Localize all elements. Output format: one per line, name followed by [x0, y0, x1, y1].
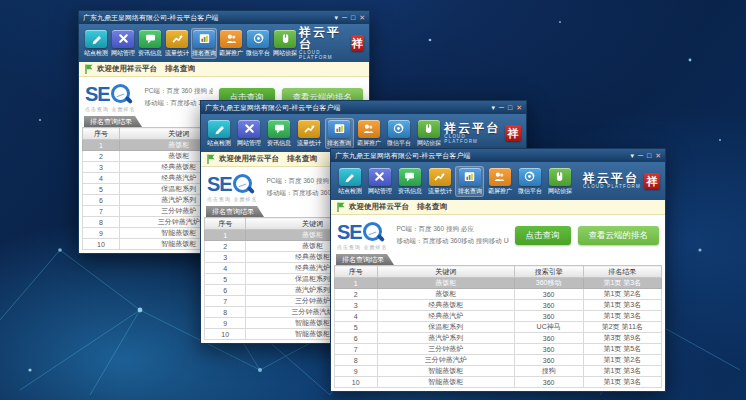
bar-chart-icon	[459, 168, 481, 186]
tab-ranking-results[interactable]: 排名查询结果	[336, 254, 394, 265]
col-engine[interactable]: 搜索引擎	[514, 266, 583, 278]
close-button[interactable]: ✕	[359, 13, 365, 22]
maximize-button[interactable]: □	[351, 13, 355, 22]
toolbar-item-ranking[interactable]: 排名查询	[191, 28, 217, 59]
cloud-ranking-button[interactable]: 查看云端的排名	[578, 226, 660, 245]
col-index[interactable]: 序号	[83, 128, 120, 140]
col-index[interactable]: 序号	[205, 218, 246, 230]
toolbar-item-promotion[interactable]: 霸屏推广	[485, 166, 514, 197]
message-icon	[268, 120, 290, 138]
close-button[interactable]: ✕	[516, 103, 522, 112]
toolbar-item-ranking[interactable]: 排名查询	[455, 166, 484, 197]
toolbar-item-site-check[interactable]: 站点检测	[205, 118, 234, 149]
table-cell: 5	[335, 322, 378, 333]
toolbar-item-info[interactable]: 资讯信息	[395, 166, 424, 197]
seo-tagline: 点击查询 全面排名	[337, 244, 387, 250]
brand-logo: 祥云平台 CLOUD PLATFORM 祥	[299, 26, 365, 60]
table-row[interactable]: 1蒸饭柜360移动第1页 第3名	[335, 278, 662, 289]
brand-name: 祥云平台	[444, 122, 500, 134]
table-cell: 三分钟蒸炉	[377, 344, 514, 355]
table-row[interactable]: 3经典蒸饭柜360第1页 第3名	[335, 300, 662, 311]
table-row[interactable]: 7三分钟蒸炉360第1页 第5名	[335, 344, 662, 355]
toolbar-item-detective[interactable]: 网站侦探	[545, 166, 574, 197]
seo-logo-text: SE	[85, 84, 110, 104]
minimize-button[interactable]: ─	[342, 13, 347, 22]
toolbar-item-site-manage[interactable]: 网站管理	[365, 166, 394, 197]
toolbar-item-site-manage[interactable]: 网站管理	[110, 28, 136, 59]
table-row[interactable]: 2蒸饭柜360第1页 第2名	[335, 289, 662, 300]
results-table: 序号 关键词 搜索引擎 排名结果 1蒸饭柜360移动第1页 第3名2蒸饭柜360…	[334, 265, 662, 388]
pc-engines: PC端：百度 360 搜狗 必应	[144, 87, 212, 96]
users-icon	[358, 120, 380, 138]
table-cell: 4	[205, 263, 246, 274]
table-cell: 第1页 第5名	[583, 344, 662, 355]
skin-button[interactable]: ▾	[334, 13, 338, 22]
toolbar-item-site-check[interactable]: 站点检测	[83, 28, 109, 59]
toolbar-item-info[interactable]: 资讯信息	[265, 118, 294, 149]
table-cell: UC神马	[514, 322, 583, 333]
tools-icon	[369, 168, 391, 186]
brand-subtitle: CLOUD PLATFORM	[583, 185, 641, 190]
window-titlebar[interactable]: 广东九鼎王皇网络有限公司-祥云平台客户端 ▾ ─ □ ✕	[79, 11, 369, 24]
brand-name: 祥云平台	[583, 172, 639, 184]
magnifier-icon	[363, 222, 382, 241]
toolbar-item-site-check[interactable]: 站点检测	[335, 166, 364, 197]
radar-icon	[247, 30, 269, 48]
toolbar-item-wechat[interactable]: 微信平台	[245, 28, 271, 59]
table-cell: 1	[205, 230, 246, 241]
query-button[interactable]: 点击查询	[515, 226, 571, 245]
window-titlebar[interactable]: 广东九鼎王皇网络有限公司-祥云平台客户端 ▾ ─ □ ✕	[331, 149, 665, 162]
toolbar-item-wechat[interactable]: 微信平台	[384, 118, 413, 149]
toolbar-item-wechat[interactable]: 微信平台	[515, 166, 544, 197]
table-cell: 第1页 第3名	[583, 311, 662, 322]
welcome-text: 欢迎使用祥云平台	[219, 154, 279, 164]
table-cell: 9	[335, 366, 378, 377]
table-row[interactable]: 9智能蒸饭柜搜狗第1页 第3名	[335, 366, 662, 377]
table-cell: 4	[83, 173, 120, 184]
table-cell: 9	[83, 228, 120, 239]
toolbar-item-traffic[interactable]: 流量统计	[295, 118, 324, 149]
skin-button[interactable]: ▾	[630, 151, 634, 160]
table-cell: 保温柜系列	[377, 322, 514, 333]
table-cell: 7	[205, 296, 246, 307]
tab-ranking-results[interactable]: 排名查询结果	[206, 206, 264, 217]
maximize-button[interactable]: □	[647, 151, 651, 160]
close-button[interactable]: ✕	[655, 151, 661, 160]
table-header-row: 序号 关键词 搜索引擎 排名结果	[335, 266, 662, 278]
welcome-bar: 欢迎使用祥云平台 排名查询	[79, 62, 369, 77]
col-index[interactable]: 序号	[335, 266, 378, 278]
table-cell: 7	[335, 344, 378, 355]
table-cell: 第1页 第2名	[583, 355, 662, 366]
toolbar-item-site-manage[interactable]: 网站管理	[235, 118, 264, 149]
toolbar-item-promotion[interactable]: 霸屏推广	[355, 118, 384, 149]
table-cell: 第1页 第3名	[583, 300, 662, 311]
toolbar-item-traffic[interactable]: 流量统计	[425, 166, 454, 197]
pencil-icon	[208, 120, 230, 138]
toolbar-item-traffic[interactable]: 流量统计	[164, 28, 190, 59]
main-toolbar: 站点检测 网站管理 资讯信息 流量统计 排名查询	[201, 114, 526, 152]
table-row[interactable]: 4经典蒸汽炉360第1页 第3名	[335, 311, 662, 322]
table-row[interactable]: 10智能蒸饭柜360第1页 第3名	[335, 377, 662, 388]
table-row[interactable]: 5保温柜系列UC神马第2页 第11名	[335, 322, 662, 333]
results-tab-row: 排名查询结果	[331, 254, 665, 265]
table-cell: 2	[83, 151, 120, 162]
toolbar-item-detective[interactable]: 网站侦探	[414, 118, 443, 149]
tab-ranking-results[interactable]: 排名查询结果	[84, 116, 142, 127]
col-keyword[interactable]: 关键词	[377, 266, 514, 278]
pc-engines: PC端：百度 360 搜狗 必应	[396, 225, 508, 234]
minimize-button[interactable]: ─	[638, 151, 643, 160]
flag-icon	[85, 64, 93, 74]
mobile-engines: 移动端：百度移动 360移动 搜狗移动 UC神马	[396, 237, 508, 246]
table-row[interactable]: 8三分钟蒸汽炉360第1页 第2名	[335, 355, 662, 366]
maximize-button[interactable]: □	[508, 103, 512, 112]
toolbar-item-info[interactable]: 资讯信息	[137, 28, 163, 59]
col-rank[interactable]: 排名结果	[583, 266, 662, 278]
skin-button[interactable]: ▾	[491, 103, 495, 112]
minimize-button[interactable]: ─	[499, 103, 504, 112]
toolbar-item-promotion[interactable]: 霸屏推广	[218, 28, 244, 59]
table-row[interactable]: 6蒸汽炉系列360第3页 第9名	[335, 333, 662, 344]
toolbar-item-detective[interactable]: 网站侦探	[272, 28, 298, 59]
window-titlebar[interactable]: 广东九鼎王皇网络有限公司-祥云平台客户端 ▾ ─ □ ✕	[201, 101, 526, 114]
table-cell: 蒸汽炉系列	[377, 333, 514, 344]
toolbar-item-ranking[interactable]: 排名查询	[325, 118, 354, 149]
